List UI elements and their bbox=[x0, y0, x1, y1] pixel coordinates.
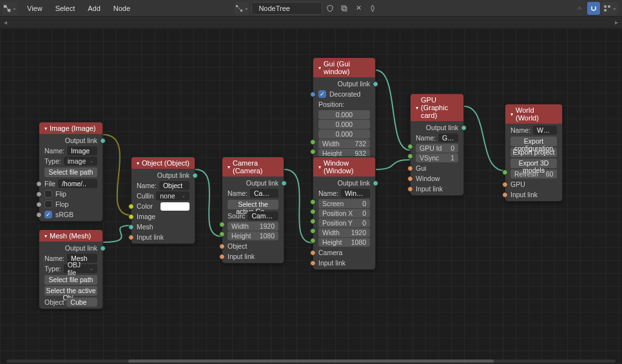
input-socket[interactable] bbox=[219, 254, 225, 260]
select-object-button[interactable]: Select the active Obj... bbox=[44, 286, 97, 296]
menu-node[interactable]: Node bbox=[107, 2, 137, 15]
name-field[interactable]: GPU bbox=[438, 133, 458, 142]
input-socket[interactable] bbox=[407, 186, 413, 192]
name-field[interactable]: Image bbox=[67, 146, 97, 155]
collapse-icon[interactable]: ▾ bbox=[416, 105, 418, 111]
node-object[interactable]: ▾Object (Object) Output link Name:Object… bbox=[131, 157, 195, 244]
menu-add[interactable]: Add bbox=[81, 2, 107, 15]
flop-checkbox[interactable] bbox=[44, 200, 52, 208]
parent-icon[interactable] bbox=[573, 2, 586, 15]
image-socket[interactable] bbox=[128, 214, 134, 220]
culling-dropdown[interactable]: none⌄ bbox=[156, 191, 190, 200]
scrollbar-thumb[interactable] bbox=[128, 359, 494, 363]
pin-icon[interactable] bbox=[366, 2, 379, 15]
node-header[interactable]: ▾GPU (Graphic card) bbox=[411, 94, 463, 121]
collapse-icon[interactable]: ▾ bbox=[318, 65, 321, 71]
node-gui[interactable]: ▾Gui (Gui window) Output link Decorated … bbox=[313, 57, 376, 160]
input-socket[interactable] bbox=[36, 212, 42, 218]
vsync-field[interactable]: VSync1 bbox=[416, 153, 458, 162]
breadcrumb-right-icon[interactable]: ▸ bbox=[615, 19, 618, 26]
node-canvas[interactable]: ▾Image (Image) Output link Name:Image Ty… bbox=[0, 28, 622, 364]
decorated-checkbox[interactable] bbox=[318, 90, 326, 98]
snap-icon[interactable] bbox=[587, 2, 600, 15]
input-socket[interactable] bbox=[36, 202, 42, 207]
position-y[interactable]: 0.000 bbox=[318, 120, 370, 129]
input-socket[interactable] bbox=[502, 192, 508, 198]
screen-field[interactable]: Screen0 bbox=[318, 199, 370, 208]
export-config-button[interactable]: Export configuration bbox=[510, 137, 557, 146]
output-socket[interactable] bbox=[192, 173, 198, 178]
collapse-icon[interactable]: ▾ bbox=[228, 164, 230, 170]
output-socket[interactable] bbox=[100, 245, 106, 251]
color-swatch[interactable] bbox=[160, 202, 190, 211]
collapse-icon[interactable]: ▾ bbox=[318, 164, 321, 170]
node-world[interactable]: ▾World (World) Name:World Export configu… bbox=[505, 104, 563, 202]
source-field[interactable]: Camera bbox=[248, 211, 278, 220]
gpu-socket[interactable] bbox=[502, 182, 508, 187]
node-header[interactable]: ▾Object (Object) bbox=[131, 157, 195, 169]
node-header[interactable]: ▾Image (Image) bbox=[39, 122, 102, 134]
overlay-selector[interactable]: ⌄ bbox=[601, 2, 618, 15]
nodetree-name-input[interactable] bbox=[251, 2, 322, 15]
window-socket[interactable] bbox=[407, 176, 413, 182]
name-field[interactable]: Object bbox=[159, 181, 190, 190]
select-file-button[interactable]: Select file path bbox=[44, 275, 97, 285]
type-dropdown[interactable]: image⌄ bbox=[64, 157, 97, 166]
collapse-icon[interactable]: ▾ bbox=[137, 160, 139, 166]
output-socket[interactable] bbox=[100, 138, 106, 144]
menu-select[interactable]: Select bbox=[49, 2, 82, 15]
export-models-button[interactable]: Export 3D models bbox=[510, 158, 557, 168]
export-project-button[interactable]: Export project bbox=[510, 148, 557, 157]
output-socket[interactable] bbox=[461, 125, 467, 131]
input-socket[interactable] bbox=[128, 235, 134, 240]
select-file-button[interactable]: Select file path bbox=[44, 168, 97, 177]
node-window[interactable]: ▾Window (Window) Output link Name:Window… bbox=[313, 157, 376, 270]
menu-view[interactable]: View bbox=[21, 2, 49, 15]
node-gpu[interactable]: ▾GPU (Graphic card) Output link Name:GPU… bbox=[410, 93, 464, 196]
camera-socket[interactable] bbox=[310, 250, 316, 256]
breadcrumb-left-icon[interactable]: ◂ bbox=[4, 19, 7, 26]
position-x[interactable]: 0.000 bbox=[318, 110, 370, 119]
node-header[interactable]: ▾Window (Window) bbox=[313, 157, 375, 177]
gpuid-field[interactable]: GPU Id0 bbox=[416, 144, 458, 153]
height-field[interactable]: Height1080 bbox=[228, 231, 278, 240]
refresh-field[interactable]: Refresh rate60 bbox=[510, 169, 557, 178]
editor-type-selector[interactable]: ⌄ bbox=[3, 2, 17, 15]
file-field[interactable]: /home/.. bbox=[58, 179, 97, 188]
node-header[interactable]: ▾World (World) bbox=[505, 104, 562, 124]
type-dropdown[interactable]: OBJ file⌄ bbox=[64, 264, 97, 273]
height-field[interactable]: Height1080 bbox=[318, 238, 370, 247]
collapse-icon[interactable]: ▾ bbox=[44, 126, 47, 131]
input-socket[interactable] bbox=[36, 181, 42, 187]
tree-type-selector[interactable]: ⌄ bbox=[235, 2, 249, 15]
object-socket[interactable] bbox=[219, 244, 225, 249]
output-socket[interactable] bbox=[373, 180, 378, 186]
input-socket[interactable] bbox=[310, 260, 316, 266]
width-field[interactable]: Width732 bbox=[318, 139, 370, 148]
input-socket[interactable] bbox=[310, 91, 316, 97]
gui-socket[interactable] bbox=[407, 166, 413, 171]
position-z[interactable]: 0.000 bbox=[318, 129, 370, 139]
object-field[interactable]: Cube bbox=[66, 298, 97, 307]
shield-icon[interactable] bbox=[324, 2, 336, 15]
output-socket[interactable] bbox=[281, 180, 287, 186]
posy-field[interactable]: Position Y0 bbox=[318, 218, 370, 227]
output-socket[interactable] bbox=[373, 81, 378, 87]
input-socket[interactable] bbox=[36, 191, 42, 197]
color-socket[interactable] bbox=[128, 204, 134, 209]
collapse-icon[interactable]: ▾ bbox=[510, 111, 513, 117]
width-field[interactable]: Width1920 bbox=[318, 228, 370, 237]
select-camera-button[interactable]: Select the active Ca... bbox=[228, 200, 278, 209]
node-mesh[interactable]: ▾Mesh (Mesh) Output link Name:Mesh Type:… bbox=[39, 229, 103, 309]
name-field[interactable]: Window bbox=[341, 189, 370, 198]
mesh-socket[interactable] bbox=[128, 224, 134, 230]
flip-checkbox[interactable] bbox=[44, 190, 52, 198]
posx-field[interactable]: Position X0 bbox=[318, 209, 370, 218]
node-image[interactable]: ▾Image (Image) Output link Name:Image Ty… bbox=[39, 122, 103, 222]
duplicate-icon[interactable] bbox=[338, 2, 351, 15]
name-field[interactable]: Camera bbox=[250, 189, 278, 198]
collapse-icon[interactable]: ▾ bbox=[44, 233, 47, 239]
horizontal-scrollbar[interactable] bbox=[6, 359, 616, 363]
srgb-checkbox[interactable] bbox=[44, 211, 52, 218]
node-camera[interactable]: ▾Camera (Camera) Output link Name:Camera… bbox=[222, 157, 284, 263]
